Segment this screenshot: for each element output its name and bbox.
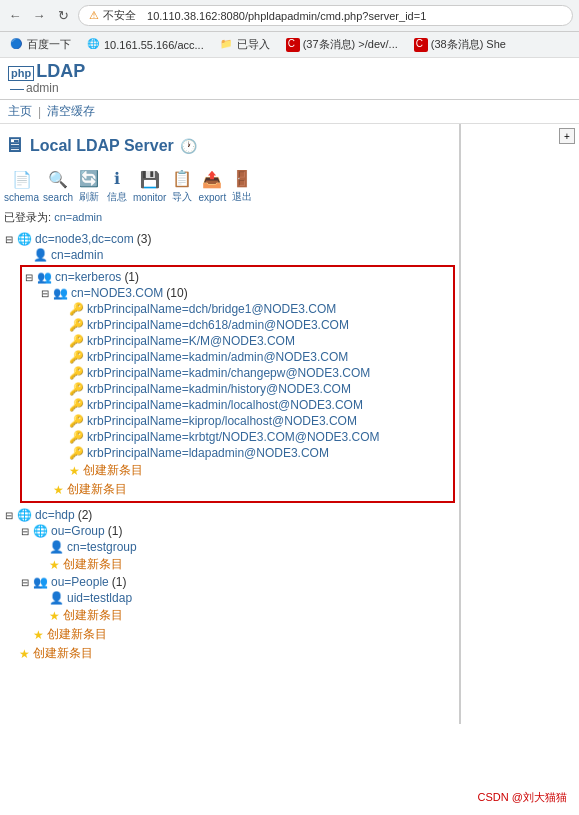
list-item[interactable]: 🔑 krbPrincipalName=dch618/admin@NODE3.CO…	[56, 317, 451, 333]
hdp-label[interactable]: dc=hdp	[35, 508, 75, 522]
tree-node-node3[interactable]: ⊟ 🌐 dc=node3,dc=com (3)	[4, 231, 455, 247]
create-new-kerberos[interactable]: ★ 创建新条目	[40, 480, 451, 499]
create-new-root[interactable]: ★ 创建新条目	[6, 644, 455, 663]
clock-icon: 🕐	[180, 138, 197, 154]
ou-group-children: 👤 cn=testgroup ★ 创建新条目	[36, 539, 455, 574]
address-bar[interactable]: ⚠ 不安全 10.110.38.162:8080/phpldapadmin/cm…	[78, 5, 573, 26]
create-root-label[interactable]: 创建新条目	[33, 645, 93, 662]
bookmark-3[interactable]: C (37条消息) >/dev/...	[282, 36, 402, 53]
create-people-label[interactable]: 创建新条目	[63, 607, 123, 624]
create-new-people[interactable]: ★ 创建新条目	[36, 606, 455, 625]
krb-label-5[interactable]: krbPrincipalName=kadmin/changepw@NODE3.C…	[87, 366, 370, 380]
logout-button[interactable]: 🚪 退出	[230, 167, 254, 204]
import-button[interactable]: 📋 导入	[170, 167, 194, 204]
testgroup-label[interactable]: cn=testgroup	[67, 540, 137, 554]
krb-user-icon-10: 🔑	[69, 446, 84, 460]
list-item[interactable]: 🔑 krbPrincipalName=K/M@NODE3.COM	[56, 333, 451, 349]
expand-ou-group-icon[interactable]: ⊟	[20, 526, 30, 537]
krb-label-1[interactable]: krbPrincipalName=dch/bridge1@NODE3.COM	[87, 302, 336, 316]
create-new-hdp[interactable]: ★ 创建新条目	[20, 625, 455, 644]
krb-label-9[interactable]: krbPrincipalName=krbtgt/NODE3.COM@NODE3.…	[87, 430, 380, 444]
expand-cn-admin-icon[interactable]	[20, 250, 30, 261]
tree-node-testgroup[interactable]: 👤 cn=testgroup	[36, 539, 455, 555]
bookmarks-bar: 🔵 百度一下 🌐 10.161.55.166/acc... 📁 已导入 C (3…	[0, 32, 579, 58]
refresh-label: 刷新	[79, 190, 99, 204]
ou-people-label[interactable]: ou=People	[51, 575, 109, 589]
tree-node-cn-kerberos[interactable]: ⊟ 👥 cn=kerberos (1)	[24, 269, 451, 285]
globe-icon: 🌐	[17, 232, 32, 246]
expand-ou-people-icon[interactable]: ⊟	[20, 577, 30, 588]
expand-kerberos-icon[interactable]: ⊟	[24, 272, 34, 283]
bookmark-4-label: (38条消息) She	[431, 37, 506, 52]
list-item[interactable]: 🔑 krbPrincipalName=ldapadmin@NODE3.COM	[56, 445, 451, 461]
export-button[interactable]: 📤 export	[198, 169, 226, 203]
expand-panel-button[interactable]: +	[559, 128, 575, 144]
create-new-item-1[interactable]: ★ 创建新条目	[56, 461, 451, 480]
create-new-group[interactable]: ★ 创建新条目	[36, 555, 455, 574]
main-layout: 🖥 Local LDAP Server 🕐 📄 schema 🔍 search …	[0, 124, 579, 724]
node3com-count: (10)	[166, 286, 187, 300]
back-button[interactable]: ←	[6, 7, 24, 25]
expand-node3-icon[interactable]: ⊟	[4, 234, 14, 245]
krb-label-8[interactable]: krbPrincipalName=kiprop/localhost@NODE3.…	[87, 414, 357, 428]
nav-clear-cache[interactable]: 清空缓存	[47, 103, 95, 120]
star-icon-hdp: ★	[33, 628, 44, 642]
info-button[interactable]: ℹ 信息	[105, 167, 129, 204]
nav-home[interactable]: 主页	[8, 103, 32, 120]
list-item[interactable]: 🔑 krbPrincipalName=kadmin/changepw@NODE3…	[56, 365, 451, 381]
tree-node-ou-people[interactable]: ⊟ 👥 ou=People (1)	[20, 574, 455, 590]
refresh-button[interactable]: ↻	[54, 7, 72, 25]
search-button[interactable]: 🔍 search	[43, 169, 73, 203]
tree-node-hdp[interactable]: ⊟ 🌐 dc=hdp (2)	[4, 507, 455, 523]
krb-label-10[interactable]: krbPrincipalName=ldapadmin@NODE3.COM	[87, 446, 329, 460]
list-item[interactable]: 🔑 krbPrincipalName=kadmin/admin@NODE3.CO…	[56, 349, 451, 365]
ldap-text: LDAP	[36, 62, 85, 80]
bookmark-baidu[interactable]: 🔵 百度一下	[6, 36, 75, 53]
dash-icon: —	[10, 81, 24, 95]
list-item[interactable]: 🔑 krbPrincipalName=kiprop/localhost@NODE…	[56, 413, 451, 429]
toolbar: 📄 schema 🔍 search 🔄 刷新 ℹ 信息 💾 moni	[4, 163, 455, 208]
schema-label: schema	[4, 192, 39, 203]
monitor-button[interactable]: 💾 monitor	[133, 169, 166, 203]
refresh-button[interactable]: 🔄 刷新	[77, 167, 101, 204]
star-icon-g: ★	[49, 558, 60, 572]
cn-admin-label[interactable]: cn=admin	[51, 248, 103, 262]
create-label-1[interactable]: 创建新条目	[83, 462, 143, 479]
tree-node-node3-com[interactable]: ⊟ 👥 cn=NODE3.COM (10)	[40, 285, 451, 301]
schema-button[interactable]: 📄 schema	[4, 169, 39, 203]
create-hdp-label[interactable]: 创建新条目	[47, 626, 107, 643]
expand-node3com-icon[interactable]: ⊟	[40, 288, 50, 299]
bookmark-2[interactable]: 📁 已导入	[216, 36, 274, 53]
krb-label-3[interactable]: krbPrincipalName=K/M@NODE3.COM	[87, 334, 295, 348]
testldap-label[interactable]: uid=testldap	[67, 591, 132, 605]
ou-group-label[interactable]: ou=Group	[51, 524, 105, 538]
node3-children: 👤 cn=admin ⊟ 👥 cn=kerberos (1)	[20, 247, 455, 503]
cn-node3com-label[interactable]: cn=NODE3.COM	[71, 286, 163, 300]
cn-kerberos-label[interactable]: cn=kerberos	[55, 270, 121, 284]
bookmark-4[interactable]: C (38条消息) She	[410, 36, 510, 53]
tree-node-ou-group[interactable]: ⊟ 🌐 ou=Group (1)	[20, 523, 455, 539]
node3-label[interactable]: dc=node3,dc=com	[35, 232, 134, 246]
tree-node-cn-admin[interactable]: 👤 cn=admin	[20, 247, 455, 263]
kerberos-children: ⊟ 👥 cn=NODE3.COM (10) 🔑 krbPrincipalName…	[40, 285, 451, 499]
logout-icon: 🚪	[230, 167, 254, 189]
list-item[interactable]: 🔑 krbPrincipalName=dch/bridge1@NODE3.COM	[56, 301, 451, 317]
security-warning-icon: ⚠	[89, 9, 99, 22]
krb-label-4[interactable]: krbPrincipalName=kadmin/admin@NODE3.COM	[87, 350, 348, 364]
logged-in-user[interactable]: cn=admin	[54, 211, 102, 223]
krb-label-7[interactable]: krbPrincipalName=kadmin/localhost@NODE3.…	[87, 398, 363, 412]
krb-label-2[interactable]: krbPrincipalName=dch618/admin@NODE3.COM	[87, 318, 349, 332]
krb-user-icon-6: 🔑	[69, 382, 84, 396]
krb-label-6[interactable]: krbPrincipalName=kadmin/history@NODE3.CO…	[87, 382, 351, 396]
create-kerberos-label[interactable]: 创建新条目	[67, 481, 127, 498]
list-item[interactable]: 🔑 krbPrincipalName=kadmin/history@NODE3.…	[56, 381, 451, 397]
list-item[interactable]: 🔑 krbPrincipalName=kadmin/localhost@NODE…	[56, 397, 451, 413]
expand-hdp-icon[interactable]: ⊟	[4, 510, 14, 521]
tree-node-testldap[interactable]: 👤 uid=testldap	[36, 590, 455, 606]
hdp-children: ⊟ 🌐 ou=Group (1) 👤 cn=testgroup	[20, 523, 455, 644]
create-group-label[interactable]: 创建新条目	[63, 556, 123, 573]
list-item[interactable]: 🔑 krbPrincipalName=krbtgt/NODE3.COM@NODE…	[56, 429, 451, 445]
bookmark-1[interactable]: 🌐 10.161.55.166/acc...	[83, 37, 208, 53]
ou-people-children: 👤 uid=testldap ★ 创建新条目	[36, 590, 455, 625]
forward-button[interactable]: →	[30, 7, 48, 25]
